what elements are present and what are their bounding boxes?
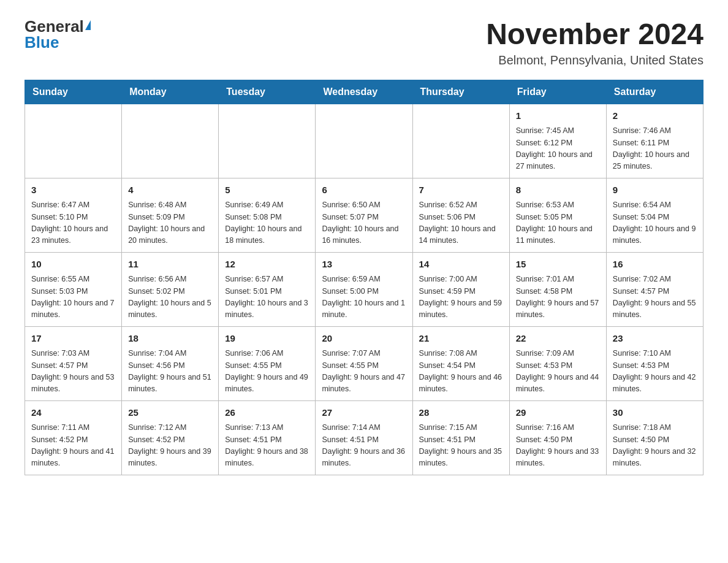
day-number: 10 (31, 258, 115, 272)
day-number: 14 (419, 258, 503, 272)
day-info: Sunrise: 7:03 AM Sunset: 4:57 PM Dayligh… (31, 348, 115, 396)
day-number: 23 (613, 332, 697, 346)
calendar-cell: 4Sunrise: 6:48 AM Sunset: 5:09 PM Daylig… (122, 178, 219, 252)
calendar-cell: 15Sunrise: 7:01 AM Sunset: 4:58 PM Dayli… (509, 252, 606, 326)
calendar-cell: 2Sunrise: 7:46 AM Sunset: 6:11 PM Daylig… (606, 104, 703, 178)
day-number: 9 (613, 183, 697, 197)
day-info: Sunrise: 7:00 AM Sunset: 4:59 PM Dayligh… (419, 274, 503, 321)
calendar-cell (219, 104, 316, 178)
weekday-header-row: SundayMondayTuesdayWednesdayThursdayFrid… (25, 80, 703, 104)
weekday-header-wednesday: Wednesday (316, 80, 412, 104)
calendar-cell: 27Sunrise: 7:14 AM Sunset: 4:51 PM Dayli… (316, 400, 412, 475)
calendar-cell: 23Sunrise: 7:10 AM Sunset: 4:53 PM Dayli… (606, 326, 703, 400)
day-info: Sunrise: 7:09 AM Sunset: 4:53 PM Dayligh… (516, 348, 600, 396)
calendar-cell: 17Sunrise: 7:03 AM Sunset: 4:57 PM Dayli… (25, 326, 122, 400)
calendar-cell: 24Sunrise: 7:11 AM Sunset: 4:52 PM Dayli… (25, 400, 122, 475)
calendar-row: 24Sunrise: 7:11 AM Sunset: 4:52 PM Dayli… (25, 400, 703, 475)
calendar-cell: 5Sunrise: 6:49 AM Sunset: 5:08 PM Daylig… (219, 178, 316, 252)
day-info: Sunrise: 7:06 AM Sunset: 4:55 PM Dayligh… (225, 348, 309, 396)
calendar-cell: 30Sunrise: 7:18 AM Sunset: 4:50 PM Dayli… (606, 400, 703, 475)
calendar-cell: 16Sunrise: 7:02 AM Sunset: 4:57 PM Dayli… (606, 252, 703, 326)
calendar-cell: 10Sunrise: 6:55 AM Sunset: 5:03 PM Dayli… (25, 252, 122, 326)
day-info: Sunrise: 7:18 AM Sunset: 4:50 PM Dayligh… (613, 422, 697, 470)
day-number: 27 (322, 406, 406, 420)
day-number: 2 (613, 109, 697, 123)
day-number: 6 (322, 183, 406, 197)
logo-general-text: General (25, 18, 84, 34)
day-info: Sunrise: 7:46 AM Sunset: 6:11 PM Dayligh… (613, 125, 697, 173)
calendar-row: 1Sunrise: 7:45 AM Sunset: 6:12 PM Daylig… (25, 104, 703, 178)
day-info: Sunrise: 6:57 AM Sunset: 5:01 PM Dayligh… (225, 274, 309, 321)
day-number: 20 (322, 332, 406, 346)
calendar-cell: 6Sunrise: 6:50 AM Sunset: 5:07 PM Daylig… (316, 178, 412, 252)
day-number: 29 (516, 406, 600, 420)
day-info: Sunrise: 6:54 AM Sunset: 5:04 PM Dayligh… (613, 199, 697, 247)
day-number: 28 (419, 406, 503, 420)
day-info: Sunrise: 7:02 AM Sunset: 4:57 PM Dayligh… (613, 274, 697, 321)
day-info: Sunrise: 7:13 AM Sunset: 4:51 PM Dayligh… (225, 422, 309, 470)
calendar-cell (122, 104, 219, 178)
title-section: November 2024 Belmont, Pennsylvania, Uni… (486, 18, 703, 67)
day-number: 26 (225, 406, 309, 420)
day-info: Sunrise: 6:59 AM Sunset: 5:00 PM Dayligh… (322, 274, 406, 321)
calendar-cell: 29Sunrise: 7:16 AM Sunset: 4:50 PM Dayli… (509, 400, 606, 475)
weekday-header-sunday: Sunday (25, 80, 122, 104)
calendar-cell: 14Sunrise: 7:00 AM Sunset: 4:59 PM Dayli… (412, 252, 509, 326)
calendar-cell: 9Sunrise: 6:54 AM Sunset: 5:04 PM Daylig… (606, 178, 703, 252)
weekday-header-saturday: Saturday (606, 80, 703, 104)
day-number: 15 (516, 258, 600, 272)
day-number: 4 (128, 183, 212, 197)
calendar-row: 3Sunrise: 6:47 AM Sunset: 5:10 PM Daylig… (25, 178, 703, 252)
day-info: Sunrise: 6:49 AM Sunset: 5:08 PM Dayligh… (225, 199, 309, 247)
logo-blue-text: Blue (25, 34, 59, 50)
logo-arrow-icon (85, 20, 91, 30)
day-info: Sunrise: 7:01 AM Sunset: 4:58 PM Dayligh… (516, 274, 600, 321)
day-info: Sunrise: 7:04 AM Sunset: 4:56 PM Dayligh… (128, 348, 212, 396)
page-header: General Blue November 2024 Belmont, Penn… (25, 18, 703, 67)
day-number: 11 (128, 258, 212, 272)
calendar-cell: 20Sunrise: 7:07 AM Sunset: 4:55 PM Dayli… (316, 326, 412, 400)
calendar-cell: 11Sunrise: 6:56 AM Sunset: 5:02 PM Dayli… (122, 252, 219, 326)
calendar-cell: 18Sunrise: 7:04 AM Sunset: 4:56 PM Dayli… (122, 326, 219, 400)
logo: General Blue (25, 18, 91, 50)
day-info: Sunrise: 6:50 AM Sunset: 5:07 PM Dayligh… (322, 199, 406, 247)
day-number: 22 (516, 332, 600, 346)
calendar-cell: 3Sunrise: 6:47 AM Sunset: 5:10 PM Daylig… (25, 178, 122, 252)
calendar-cell: 21Sunrise: 7:08 AM Sunset: 4:54 PM Dayli… (412, 326, 509, 400)
day-info: Sunrise: 7:08 AM Sunset: 4:54 PM Dayligh… (419, 348, 503, 396)
day-info: Sunrise: 7:16 AM Sunset: 4:50 PM Dayligh… (516, 422, 600, 470)
day-info: Sunrise: 6:52 AM Sunset: 5:06 PM Dayligh… (419, 199, 503, 247)
day-info: Sunrise: 6:48 AM Sunset: 5:09 PM Dayligh… (128, 199, 212, 247)
calendar-cell: 13Sunrise: 6:59 AM Sunset: 5:00 PM Dayli… (316, 252, 412, 326)
weekday-header-friday: Friday (509, 80, 606, 104)
day-number: 18 (128, 332, 212, 346)
day-number: 24 (31, 406, 115, 420)
day-number: 17 (31, 332, 115, 346)
calendar-cell: 28Sunrise: 7:15 AM Sunset: 4:51 PM Dayli… (412, 400, 509, 475)
day-number: 8 (516, 183, 600, 197)
calendar-cell: 7Sunrise: 6:52 AM Sunset: 5:06 PM Daylig… (412, 178, 509, 252)
day-info: Sunrise: 6:55 AM Sunset: 5:03 PM Dayligh… (31, 274, 115, 321)
day-info: Sunrise: 7:15 AM Sunset: 4:51 PM Dayligh… (419, 422, 503, 470)
calendar-cell: 12Sunrise: 6:57 AM Sunset: 5:01 PM Dayli… (219, 252, 316, 326)
calendar-cell (25, 104, 122, 178)
day-number: 30 (613, 406, 697, 420)
day-number: 25 (128, 406, 212, 420)
weekday-header-monday: Monday (122, 80, 219, 104)
day-info: Sunrise: 6:53 AM Sunset: 5:05 PM Dayligh… (516, 199, 600, 247)
month-title: November 2024 (486, 18, 703, 51)
day-info: Sunrise: 7:10 AM Sunset: 4:53 PM Dayligh… (613, 348, 697, 396)
weekday-header-tuesday: Tuesday (219, 80, 316, 104)
day-number: 7 (419, 183, 503, 197)
calendar-cell (316, 104, 412, 178)
day-info: Sunrise: 7:14 AM Sunset: 4:51 PM Dayligh… (322, 422, 406, 470)
day-number: 12 (225, 258, 309, 272)
day-info: Sunrise: 6:47 AM Sunset: 5:10 PM Dayligh… (31, 199, 115, 247)
day-number: 21 (419, 332, 503, 346)
calendar-cell: 25Sunrise: 7:12 AM Sunset: 4:52 PM Dayli… (122, 400, 219, 475)
day-number: 19 (225, 332, 309, 346)
day-number: 13 (322, 258, 406, 272)
day-info: Sunrise: 7:45 AM Sunset: 6:12 PM Dayligh… (516, 125, 600, 173)
weekday-header-thursday: Thursday (412, 80, 509, 104)
calendar-cell: 22Sunrise: 7:09 AM Sunset: 4:53 PM Dayli… (509, 326, 606, 400)
